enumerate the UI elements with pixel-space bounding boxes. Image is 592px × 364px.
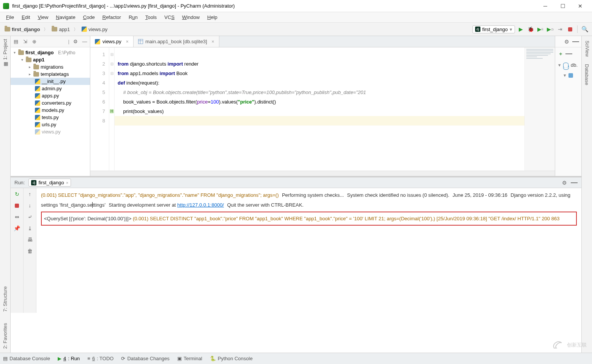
breadcrumb-file[interactable]: views.py bbox=[80, 26, 109, 33]
select-opened-file-icon[interactable]: ⇲ bbox=[22, 39, 28, 45]
console-line: System check identified no issues (0 sil… bbox=[347, 192, 450, 198]
tree-file-apps[interactable]: apps.py bbox=[11, 92, 90, 99]
search-everywhere-button[interactable]: 🔍 bbox=[581, 25, 589, 33]
maximize-button[interactable]: ☐ bbox=[554, 0, 572, 12]
navigation-bar: first_django 〉 app1 〉 views.py dj first_… bbox=[0, 23, 592, 36]
profile-button[interactable]: ▶◷ bbox=[546, 25, 554, 33]
menu-vcs[interactable]: VCS bbox=[161, 13, 178, 22]
close-icon[interactable]: × bbox=[126, 39, 129, 44]
project-tree[interactable]: ▾first_django E:\Pytho ▾app1 ▸migrations… bbox=[11, 47, 90, 176]
status-todo[interactable]: ≡ 6: TODO bbox=[87, 356, 113, 361]
console-line: (0.001) SELECT DISTINCT "app1_book"."pri… bbox=[133, 216, 435, 221]
run-tool-window: Run: djfirst_django× ⚙ — ↻ ⇔ 📌 ↑ ↓ ⤶ ⤓ bbox=[11, 176, 581, 313]
highlighted-output: <QuerySet [{'price': Decimal('100.00')}]… bbox=[41, 212, 577, 226]
menu-navigate[interactable]: Navigate bbox=[53, 13, 78, 22]
close-icon[interactable]: × bbox=[66, 180, 68, 185]
db-item[interactable]: ▾db. bbox=[555, 60, 581, 70]
tree-file-urls[interactable]: urls.py bbox=[11, 121, 90, 128]
run-tab[interactable]: djfirst_django× bbox=[28, 179, 71, 187]
tree-file-models[interactable]: models.py bbox=[11, 107, 90, 114]
menu-help[interactable]: Help bbox=[204, 13, 220, 22]
hide-icon[interactable]: — bbox=[82, 39, 88, 45]
close-button[interactable]: ✕ bbox=[572, 0, 589, 12]
tree-file-tests[interactable]: tests.py bbox=[11, 114, 90, 121]
soft-wrap-button[interactable]: ⤶ bbox=[26, 213, 34, 221]
run-config-selector[interactable]: dj first_django ▾ bbox=[472, 25, 515, 33]
structure-tool-button[interactable]: 7: Structure bbox=[2, 286, 8, 312]
menu-tools[interactable]: Tools bbox=[142, 13, 160, 22]
editor-tab-dbtable[interactable]: main.app1_book [db.sqlite3]× bbox=[134, 36, 219, 47]
tree-file-converters[interactable]: converters.py bbox=[11, 99, 90, 107]
status-db-changes[interactable]: ⟳ Database Changes bbox=[121, 356, 169, 361]
code-area[interactable]: from django.shortcuts import render from… bbox=[115, 47, 524, 171]
project-tool-button[interactable]: ▦1: Project bbox=[2, 39, 8, 66]
menu-code[interactable]: Code bbox=[80, 13, 98, 22]
tree-templatetags[interactable]: ▸templatetags bbox=[11, 71, 90, 78]
hide-icon[interactable]: — bbox=[571, 179, 578, 187]
clear-button[interactable]: 🗑 bbox=[26, 247, 34, 255]
left-tool-strip: ▦1: Project 7: Structure 2: Favorites bbox=[0, 36, 11, 353]
db-add-row[interactable]: ＋— bbox=[555, 47, 581, 60]
tree-file-init[interactable]: __init__.py bbox=[11, 78, 90, 85]
status-terminal[interactable]: ▣ Terminal bbox=[177, 356, 202, 361]
stop-button[interactable] bbox=[13, 202, 21, 209]
pin-button[interactable]: 📌 bbox=[13, 224, 21, 232]
print-button[interactable]: 🖶 bbox=[26, 236, 34, 243]
down-stack-button[interactable]: ↓ bbox=[26, 202, 34, 209]
layout-button[interactable]: ⇔ bbox=[13, 213, 21, 221]
menu-run[interactable]: Run bbox=[126, 13, 141, 22]
editor-panel: views.py× main.app1_book [db.sqlite3]× 1… bbox=[90, 36, 581, 176]
horizontal-scrollbar[interactable] bbox=[90, 171, 555, 176]
console-line: June 25, 2019 - 09:36:16 bbox=[453, 192, 508, 198]
menu-file[interactable]: File bbox=[3, 13, 17, 22]
python-file-icon bbox=[95, 39, 100, 44]
menu-window[interactable]: Window bbox=[179, 13, 203, 22]
tree-file-admin[interactable]: admin.py bbox=[11, 85, 90, 92]
run-button[interactable]: ▶ bbox=[516, 25, 525, 33]
console-output[interactable]: (0.001) SELECT "django_migrations"."app"… bbox=[36, 188, 581, 313]
minimize-button[interactable]: ─ bbox=[537, 0, 554, 12]
tree-app1[interactable]: ▾app1 bbox=[11, 56, 90, 63]
gear-icon[interactable]: ⚙ bbox=[564, 39, 569, 45]
dropdown-icon: ▾ bbox=[510, 27, 512, 32]
editor-tab-views[interactable]: views.py× bbox=[90, 36, 134, 47]
status-python-console[interactable]: 🐍 Python Console bbox=[210, 356, 253, 361]
tree-file-views[interactable]: views.py bbox=[11, 128, 90, 135]
fold-gutter[interactable]: ⊟⊟⊟H bbox=[109, 47, 115, 171]
minimap[interactable] bbox=[524, 47, 555, 171]
breadcrumb-root[interactable]: first_django bbox=[3, 26, 41, 33]
status-db-console[interactable]: ▤ Database Console bbox=[3, 356, 50, 361]
chevron-right-icon: 〉 bbox=[43, 27, 49, 32]
console-line: [25/Jun/2019 09:36:18] "GET /index/ HTTP… bbox=[436, 216, 559, 221]
favorites-tool-button[interactable]: 2: Favorites bbox=[2, 323, 8, 349]
attach-button[interactable]: ⇥ bbox=[556, 25, 564, 33]
run-coverage-button[interactable]: ▶⎘ bbox=[536, 25, 545, 33]
close-icon[interactable]: × bbox=[212, 39, 214, 44]
tree-root[interactable]: ▾first_django E:\Pytho bbox=[11, 49, 90, 56]
up-stack-button[interactable]: ↑ bbox=[26, 190, 34, 198]
sciview-tool-button[interactable]: SciView bbox=[584, 39, 590, 56]
breadcrumb-app1[interactable]: app1 bbox=[50, 26, 71, 33]
status-run[interactable]: ▶ 4: Run bbox=[58, 356, 80, 361]
rerun-button[interactable]: ↻ bbox=[13, 190, 21, 198]
db-sub-item[interactable]: ▾ bbox=[555, 70, 581, 80]
tree-migrations[interactable]: ▸migrations bbox=[11, 63, 90, 71]
folder-icon bbox=[5, 27, 10, 31]
menu-edit[interactable]: Edit bbox=[19, 13, 33, 22]
status-bar: ▤ Database Console ▶ 4: Run ≡ 6: TODO ⟳ … bbox=[0, 353, 592, 364]
gear-icon[interactable]: ⚙ bbox=[562, 180, 567, 186]
project-panel: ▤ ⇲ ⊕ | ⚙ — ▾first_django E:\Pytho ▾app1… bbox=[11, 36, 90, 176]
project-view-icon[interactable]: ▤ bbox=[13, 39, 19, 45]
settings-icon[interactable]: ⚙ bbox=[72, 39, 79, 45]
hide-icon[interactable]: — bbox=[572, 38, 579, 46]
code-editor[interactable]: 12345678 ⊟⊟⊟H from django.shortcuts impo… bbox=[90, 47, 555, 171]
scroll-end-button[interactable]: ⤓ bbox=[26, 224, 34, 232]
menu-refactor[interactable]: Refactor bbox=[99, 13, 124, 22]
database-tool-button[interactable]: Database bbox=[584, 64, 590, 85]
menu-view[interactable]: View bbox=[35, 13, 51, 22]
debug-button[interactable]: 🐞 bbox=[526, 25, 535, 33]
stop-button[interactable] bbox=[566, 25, 574, 33]
table-icon bbox=[138, 39, 143, 44]
scroll-from-source-icon[interactable]: ⊕ bbox=[31, 39, 37, 45]
server-link[interactable]: http://127.0.0.1:8000/ bbox=[177, 202, 224, 208]
